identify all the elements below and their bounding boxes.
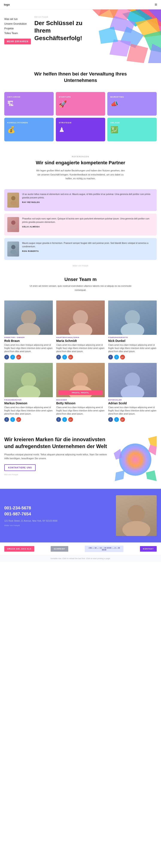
nav-item-1[interactable]: Unsere Grundsätze <box>4 22 32 25</box>
section-help: Wir helfen Ihnen bei der Verwaltung Ihre… <box>0 63 161 92</box>
service-card-3: KONSULTATIONEN 💰 <box>4 118 54 141</box>
social-gp-0[interactable]: g+ <box>16 355 21 360</box>
team-card-2: FÜHRUNGSKRÄFTE Nick Dunkel Claes amet in… <box>108 301 157 360</box>
service-card-0: ANTI-KRISE 🏗 <box>4 92 54 116</box>
avatar-0 <box>7 193 19 208</box>
testimonial-text-0: Ut ac auctor tellus massa et elementum s… <box>22 193 154 199</box>
team-card-0: DIREKTOR / OWNER Rob Braun Claes amet in… <box>4 301 53 360</box>
social-gp-4[interactable]: g+ <box>68 417 73 422</box>
social-tw-5[interactable]: t <box>114 417 119 422</box>
team-desc-3: Claes amet incu diam tristique adipiscin… <box>4 406 53 415</box>
service-label-5: ANLAGE <box>110 122 120 124</box>
team-role-3: FINANZBERATER <box>4 399 53 401</box>
team-photo-0 <box>4 301 53 335</box>
team-socials-0: f t g+ <box>4 355 53 360</box>
service-label-1: STARTUPS <box>59 96 71 98</box>
bottom-btn-1[interactable]: DRUCK SIE, DAS ALS <box>4 546 34 552</box>
social-gp-3[interactable]: g+ <box>16 417 21 422</box>
header: logo ≡ <box>0 0 161 9</box>
team-name-3: Markus Dowson <box>4 402 53 405</box>
nav-item-0[interactable]: Was wir tun <box>4 18 32 21</box>
service-icon-4: ♟ <box>59 126 64 133</box>
social-tw-3[interactable]: t <box>10 417 15 422</box>
nav-item-3[interactable]: Tolles Team <box>4 32 32 35</box>
svg-point-22 <box>17 323 41 335</box>
hero-section: Was wir tun Unsere Grundsätze Projekte T… <box>0 9 161 63</box>
social-tw-2[interactable]: t <box>114 355 119 360</box>
team-name-5: Adrian Scold <box>108 402 157 405</box>
section-references: REFERENZEN Wir sind engagierte kompetent… <box>0 148 161 189</box>
team-name-2: Nick Dunkel <box>108 339 157 343</box>
service-label-0: ANTI-KRISE <box>7 96 21 98</box>
svg-point-39 <box>128 505 145 522</box>
service-icon-3: 💰 <box>7 126 15 133</box>
testimonials-container: Ut ac auctor tellus massa et elementum s… <box>0 189 161 265</box>
svg-point-29 <box>73 373 88 388</box>
team-desc-0: Claes amet incu diam tristique adipiscin… <box>4 343 53 353</box>
svg-marker-38 <box>115 470 125 481</box>
svg-point-23 <box>73 310 88 325</box>
testimonial-text-2: Mauris augue neque gravida in fermentum.… <box>22 242 154 248</box>
section-help-title: Wir helfen Ihnen bei der Verwaltung Ihre… <box>27 71 134 84</box>
team-role-1: HAUPTBUCHHALTERIN <box>56 337 105 338</box>
refs-photo-credit: Bilder von Freepik <box>0 265 161 267</box>
hero-cta-button[interactable]: MEHR ERFAHREN <box>4 39 31 44</box>
team-featured-button[interactable]: PROFIL PROFIL <box>58 390 103 395</box>
social-tw-1[interactable]: t <box>62 355 67 360</box>
testimonial-name-1: CELIA ALMEIDA <box>22 226 154 228</box>
hamburger-icon[interactable]: ≡ <box>155 2 157 7</box>
brand-cta-button[interactable]: KONTAKTIERE UNS <box>4 464 36 471</box>
brand-desc: Phasellus volutpat placerat morbi. Tellu… <box>4 453 109 461</box>
bottom-btn-3[interactable]: KONTAKT <box>140 546 157 552</box>
bottom-btn-2[interactable]: SCHREIBT <box>51 546 68 552</box>
team-role-5: ENTWICKLER <box>108 399 157 401</box>
svg-point-20 <box>10 250 16 254</box>
nav-item-2[interactable]: Projekte <box>4 27 32 30</box>
service-card-1: STARTUPS 🚀 <box>56 92 105 116</box>
social-gp-2[interactable]: g+ <box>120 355 125 360</box>
brand-visual <box>114 436 157 481</box>
testimonial-name-0: RAY REYNOLDS <box>22 201 154 203</box>
avatar-1 <box>7 217 19 232</box>
service-label-2: MARKETING <box>110 96 124 98</box>
social-fb-4[interactable]: f <box>56 417 61 422</box>
svg-point-27 <box>21 373 36 388</box>
social-tw-4[interactable]: t <box>62 417 67 422</box>
testimonial-name-2: RON ROBERTS <box>22 250 154 252</box>
social-fb-5[interactable]: f <box>108 417 113 422</box>
testimonial-card-1: Phasellus vut turpis nunc eget orem. Qui… <box>4 214 157 236</box>
service-card-4: STRATEGIE ♟ <box>56 118 105 141</box>
bottom-nav: DRUCK SIE, DAS ALS SCHREIBT • DU — 10 ..… <box>0 542 161 555</box>
svg-point-17 <box>11 220 16 225</box>
team-grid-row1: DIREKTOR / OWNER Rob Braun Claes amet in… <box>0 301 161 363</box>
team-grid-row2: FINANZBERATER Markus Dowson Claes amet i… <box>0 363 161 428</box>
brand-photo-credit: Bild von Freepik <box>4 473 109 476</box>
refs-badge: REFERENZEN <box>4 155 157 158</box>
team-name-0: Rob Braun <box>4 339 53 343</box>
schedule-info: • DU — 10 ... • 11 — Di 15:00 • ... 2 — … <box>85 546 124 552</box>
service-label-4: STRATEGIE <box>59 122 72 124</box>
social-fb-0[interactable]: f <box>4 355 9 360</box>
svg-point-18 <box>10 225 16 229</box>
testimonial-text-1: Phasellus vut turpis nunc eget orem. Qui… <box>22 217 154 224</box>
social-fb-3[interactable]: f <box>4 417 9 422</box>
services-grid: ANTI-KRISE 🏗 STARTUPS 🚀 MARKETING 📣 KONS… <box>0 92 161 148</box>
social-fb-2[interactable]: f <box>108 355 113 360</box>
social-fb-1[interactable]: f <box>56 355 61 360</box>
svg-point-40 <box>123 521 150 536</box>
team-card-4: PROFIL PROFIL DESIGNER Betty Nilsson Cla… <box>56 363 105 422</box>
hero-content: Bild von Freepik Der Schlüssel zu Ihrem … <box>32 16 157 59</box>
social-gp-1[interactable]: g+ <box>68 355 73 360</box>
svg-point-25 <box>125 310 140 325</box>
footer: Sortable row. Click to reload the last f… <box>0 555 161 562</box>
social-tw-0[interactable]: t <box>10 355 15 360</box>
hero-title: Der Schlüssel zu Ihrem Geschäftserfolg! <box>34 19 84 42</box>
logo: logo <box>4 3 10 6</box>
contact-address: 121 Rock Street, 21 Avenue, New York, NY… <box>4 519 112 523</box>
team-photo-1 <box>56 301 105 335</box>
svg-marker-37 <box>146 470 157 481</box>
svg-point-32 <box>120 385 144 397</box>
brand-title: Wir kreieren Marken für die innovativste… <box>4 436 109 450</box>
social-gp-5[interactable]: g+ <box>120 417 125 422</box>
team-name-1: Maria Schmidt <box>56 339 105 343</box>
